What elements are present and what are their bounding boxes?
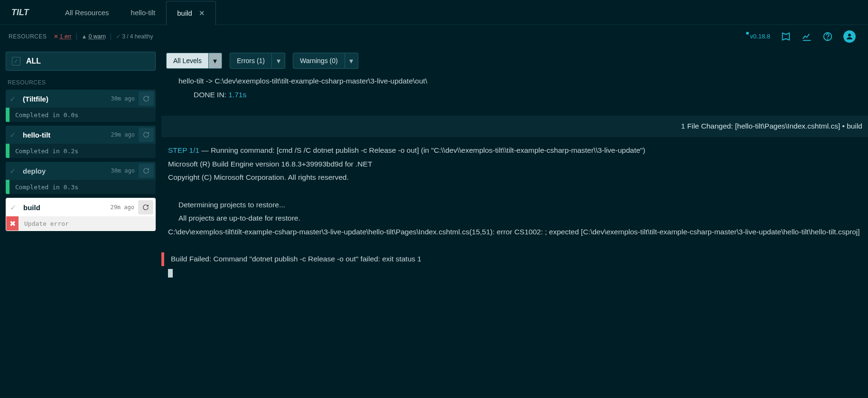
log-line: All projects are up-to-date for restore. — [168, 212, 861, 225]
log-line — [168, 185, 861, 198]
book-icon[interactable] — [781, 31, 791, 42]
tab-all-resources[interactable]: All Resources — [54, 0, 120, 25]
resource-name: (Tiltfile) — [19, 95, 111, 103]
all-label: ALL — [26, 57, 41, 65]
status-bar — [6, 144, 9, 158]
tab-hello-tilt[interactable]: hello-tilt — [120, 0, 167, 25]
all-row[interactable]: ✓ ALL — [6, 52, 156, 71]
content: All Levels ▾ Errors (1) ▾ Warnings (0) ▾… — [161, 47, 868, 398]
filter-bar: All Levels ▾ Errors (1) ▾ Warnings (0) ▾ — [161, 47, 868, 73]
resource-name: build — [19, 204, 110, 212]
resource-name: hello-tilt — [19, 131, 111, 139]
version-badge[interactable]: v0.18.8 — [750, 33, 770, 40]
log-line: Copyright (C) Microsoft Corporation. All… — [168, 171, 861, 185]
log-line: STEP 1/1 — Running command: [cmd /S /C d… — [168, 144, 861, 157]
resource-status: Completed in 0.3s — [9, 184, 78, 191]
log-line: Microsoft (R) Build Engine version 16.8.… — [168, 157, 861, 171]
resource-deploy[interactable]: ✓ deploy 30m ago Completed in 0.3s — [6, 162, 156, 194]
svg-point-3 — [848, 34, 851, 37]
filter-errors[interactable]: Errors (1) ▾ — [230, 53, 285, 69]
checkbox[interactable]: ✓ — [6, 94, 19, 103]
refresh-icon[interactable] — [139, 164, 154, 178]
statusbar-left: RESOURCES ✕ 1 err ▲ 0 warn ✓ 3 / 4 healt… — [9, 33, 163, 40]
close-icon[interactable]: ✕ — [199, 9, 205, 17]
statusbar: RESOURCES ✕ 1 err ▲ 0 warn ✓ 3 / 4 healt… — [0, 28, 868, 45]
resource-status: Completed in 0.2s — [9, 148, 78, 155]
log-line: hello-tilt -> C:\dev\exemplos-tilt\tilt-… — [168, 74, 861, 88]
log-pane[interactable]: hello-tilt -> C:\dev\exemplos-tilt\tilt-… — [161, 73, 868, 398]
resource-time: 30m ago — [111, 167, 135, 174]
section-header: RESOURCES — [8, 79, 154, 86]
fail-bar — [161, 252, 164, 266]
resource-status: Completed in 0.0s — [9, 111, 78, 119]
chart-icon[interactable] — [802, 31, 812, 42]
chevron-down-icon[interactable]: ▾ — [272, 53, 285, 69]
tilt-logo[interactable]: TILT — [11, 7, 45, 18]
status-bar — [6, 180, 9, 194]
check-icon: ✓ — [116, 33, 121, 40]
checkbox-all[interactable]: ✓ — [12, 57, 20, 65]
resources-label: RESOURCES — [9, 33, 47, 40]
sidebar: ✓ ALL RESOURCES ✓ (Tiltfile) 30m ago Com… — [0, 47, 161, 398]
log-line — [168, 239, 861, 253]
status-bar — [6, 108, 9, 122]
error-count[interactable]: ✕ 1 err — [54, 33, 77, 40]
tab-label: build — [177, 9, 192, 17]
file-changed-banner: 1 File Changed: [hello-tilt\Pages\Index.… — [161, 116, 868, 137]
refresh-icon[interactable] — [139, 128, 154, 142]
cursor-line — [168, 266, 861, 280]
resource-hello-tilt[interactable]: ✓ hello-tilt 29m ago Completed in 0.2s — [6, 126, 156, 158]
refresh-icon[interactable] — [139, 92, 154, 106]
checkbox[interactable]: ✓ — [6, 130, 19, 139]
resource-time: 29m ago — [111, 131, 135, 138]
healthy-count: ✓ 3 / 4 healthy — [116, 33, 158, 40]
checkbox[interactable]: ✓ — [6, 203, 19, 212]
chevron-down-icon[interactable]: ▾ — [345, 53, 358, 69]
log-line: DONE IN: 1.71s — [168, 88, 861, 102]
log-fail-line: Build Failed: Command "dotnet publish -c… — [168, 252, 861, 266]
checkbox[interactable]: ✓ — [6, 167, 19, 176]
warning-icon: ▲ — [82, 33, 87, 40]
resource-tiltfile[interactable]: ✓ (Tiltfile) 30m ago Completed in 0.0s — [6, 90, 156, 122]
statusbar-right: v0.18.8 — [750, 30, 859, 43]
resource-status: Update error — [19, 220, 69, 227]
resource-build[interactable]: ✓ build 29m ago ✖ Update error — [6, 198, 156, 231]
svg-text:TILT: TILT — [11, 8, 30, 17]
log-line: Determining projects to restore... — [168, 198, 861, 212]
svg-point-2 — [828, 38, 828, 39]
warn-count[interactable]: ▲ 0 warn — [82, 33, 111, 40]
log-line: C:\dev\exemplos-tilt\tilt-example-csharp… — [168, 225, 861, 239]
main: ✓ ALL RESOURCES ✓ (Tiltfile) 30m ago Com… — [0, 47, 868, 398]
avatar-icon[interactable] — [843, 30, 856, 43]
topbar: TILT All Resources hello-tilt build ✕ — [0, 0, 868, 25]
filter-warnings[interactable]: Warnings (0) ▾ — [293, 53, 358, 69]
resource-name: deploy — [19, 167, 111, 175]
error-icon: ✖ — [6, 216, 19, 231]
refresh-icon[interactable] — [138, 200, 153, 214]
cursor — [168, 269, 173, 278]
filter-all-levels[interactable]: All Levels ▾ — [166, 53, 222, 69]
resource-time: 29m ago — [110, 204, 134, 211]
resource-time: 30m ago — [111, 95, 135, 102]
tab-build[interactable]: build ✕ — [166, 1, 216, 25]
x-icon: ✕ — [54, 33, 58, 40]
help-icon[interactable] — [822, 31, 833, 42]
chevron-down-icon[interactable]: ▾ — [209, 53, 222, 69]
